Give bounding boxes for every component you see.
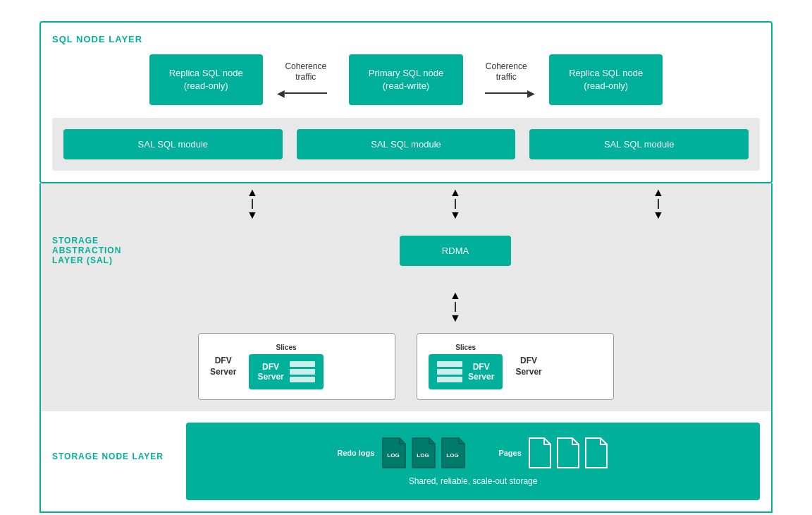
- coherence-label-right: Coherencetraffic: [486, 61, 527, 83]
- sal-module-1: SAL SQL module: [297, 129, 516, 159]
- slices-label-right: Slices: [455, 344, 476, 351]
- rdma-down-arrow: ▼: [450, 312, 461, 325]
- storage-icons-row: Redo logs LOG: [203, 437, 743, 469]
- replica-left-sublabel: (read-only): [169, 80, 243, 92]
- storage-box: Redo logs LOG: [186, 423, 760, 500]
- rdma-up-arrow: ▲: [450, 289, 461, 302]
- primary-sublabel: (read-write): [369, 80, 443, 92]
- dfv-teal-slices-right: Slices DFVServer: [429, 344, 503, 389]
- storage-content: Redo logs LOG: [175, 411, 771, 511]
- rdma-box: RDMA: [400, 236, 511, 266]
- slice-bar-l3: [290, 377, 315, 382]
- replica-right-sublabel: (read-only): [569, 80, 643, 92]
- slice-bar-r2: [437, 369, 462, 375]
- dfv-server-teal-right: DFVServer: [429, 354, 503, 389]
- arrow-body-right: [485, 92, 527, 94]
- v-line-1: [455, 199, 456, 209]
- rdma-wrapper: RDMA: [151, 236, 760, 266]
- three-arrows-inner: ▲ ▼ ▲ ▼ ▲ ▼: [151, 183, 760, 224]
- slice-bars-right: [437, 361, 462, 382]
- three-arrows-row: ▲ ▼ ▲ ▼ ▲ ▼: [39, 183, 773, 224]
- sal-inner: SAL SQL module SAL SQL module SAL SQL mo…: [52, 118, 760, 171]
- dfv-server-plain-left: DFVServer: [210, 356, 236, 377]
- pages-section: Pages: [498, 437, 608, 469]
- coherence-arrow-right: Coherencetraffic ◀ ▶: [463, 61, 549, 99]
- pages-label: Pages: [498, 449, 521, 457]
- v-line-0: [252, 199, 253, 209]
- dfv-server-teal-left: DFVServer: [249, 354, 323, 389]
- storage-node-layer: STORAGE NODE LAYER Redo logs: [39, 411, 773, 513]
- slice-bar-r1: [437, 361, 462, 367]
- slice-bar-l1: [290, 361, 315, 367]
- sql-layer-title: SQL NODE LAYER: [52, 34, 760, 44]
- slices-stack-right: [437, 361, 462, 382]
- page-svg-1: [555, 437, 581, 469]
- sal-layer: STORAGE ABSTRACTION LAYER (SAL) RDMA: [39, 224, 773, 286]
- sal-right-content: RDMA: [151, 236, 760, 275]
- replica-right-label: Replica SQL node: [569, 67, 643, 80]
- redo-logs-section: Redo logs LOG: [337, 437, 466, 469]
- dfv-server-label-right: DFVServer: [468, 362, 494, 382]
- dfv-server-label-left: DFVServer: [257, 362, 283, 382]
- storage-subtitle: Shared, reliable, scale-out storage: [409, 476, 538, 486]
- up-arrow-1: ▲: [450, 186, 461, 199]
- up-arrow-0: ▲: [247, 186, 258, 199]
- redo-logs-label: Redo logs: [337, 448, 374, 458]
- log-icon-0: LOG: [380, 437, 407, 469]
- log-svg-0: LOG: [380, 437, 407, 469]
- rdma-v-line: [455, 302, 456, 312]
- sal-with-label: STORAGE ABSTRACTION LAYER (SAL) RDMA: [52, 236, 760, 275]
- log-icons-group: LOG LOG: [380, 437, 466, 469]
- rdma-arrow-row: ▲ ▼: [39, 286, 773, 327]
- page-svg-2: [584, 437, 609, 469]
- dfv-section: DFVServer Slices DFVServer: [39, 327, 773, 411]
- log-icon-1: LOG: [410, 437, 436, 469]
- dfv-server-plain-right: DFVServer: [515, 356, 541, 377]
- log-svg-1: LOG: [410, 437, 436, 469]
- coherence-label-left: Coherencetraffic: [285, 61, 326, 83]
- v-arrow-0: ▲ ▼: [247, 186, 258, 222]
- arrow-col-2: ▲ ▼: [557, 183, 760, 224]
- sal-left-label: STORAGE ABSTRACTION LAYER (SAL): [52, 236, 151, 275]
- dfv-group-left: DFVServer Slices DFVServer: [198, 333, 395, 400]
- page-icons-group: [527, 437, 609, 469]
- arrow-col-1: ▲ ▼: [354, 183, 557, 224]
- rdma-v-arrow: ▲ ▼: [450, 289, 461, 325]
- replica-sql-node-left: Replica SQL node (read-only): [149, 54, 263, 105]
- arrow-line-right: ◀ ▶: [477, 87, 535, 99]
- sal-layer-title: STORAGE ABSTRACTION LAYER (SAL): [52, 236, 144, 265]
- svg-text:LOG: LOG: [417, 452, 429, 459]
- coherence-arrow-left: Coherencetraffic ◀ ▶: [263, 61, 349, 99]
- sal-module-0: SAL SQL module: [63, 129, 283, 159]
- replica-sql-node-right: Replica SQL node (read-only): [549, 54, 663, 105]
- svg-text:LOG: LOG: [447, 452, 459, 459]
- storage-layer-title: STORAGE NODE LAYER: [52, 452, 164, 461]
- rdma-arrow-center: ▲ ▼: [151, 289, 760, 325]
- log-svg-2: LOG: [439, 437, 466, 469]
- page-svg-0: [527, 437, 553, 469]
- dfv-groups-row: DFVServer Slices DFVServer: [52, 333, 760, 400]
- right-arrowhead: ▶: [527, 87, 535, 99]
- v-arrow-1: ▲ ▼: [450, 186, 461, 222]
- storage-label-col: STORAGE NODE LAYER: [41, 411, 175, 511]
- down-arrow-2: ▼: [653, 209, 664, 222]
- primary-label: Primary SQL node: [369, 67, 443, 80]
- arrow-col-0: ▲ ▼: [151, 183, 354, 224]
- arrow-body-left: [285, 92, 327, 94]
- down-arrow-0: ▼: [247, 209, 258, 222]
- svg-text:LOG: LOG: [388, 452, 400, 459]
- log-icon-2: LOG: [439, 437, 466, 469]
- up-arrow-2: ▲: [653, 186, 664, 199]
- arrow-line-left: ◀ ▶: [277, 87, 335, 99]
- slices-stack-left: [290, 361, 315, 382]
- primary-sql-node: Primary SQL node (read-write): [349, 54, 463, 105]
- down-arrow-1: ▼: [450, 209, 461, 222]
- dfv-group-right: Slices DFVServer DFVServer: [417, 333, 614, 400]
- v-arrow-2: ▲ ▼: [653, 186, 664, 222]
- v-line-2: [658, 199, 659, 209]
- slice-bars-left: [290, 361, 315, 382]
- sal-modules-row: SAL SQL module SAL SQL module SAL SQL mo…: [63, 129, 749, 159]
- sql-nodes-row: Replica SQL node (read-only) Coherencetr…: [52, 54, 760, 105]
- sal-module-2: SAL SQL module: [529, 129, 749, 159]
- slices-label-left: Slices: [276, 344, 297, 351]
